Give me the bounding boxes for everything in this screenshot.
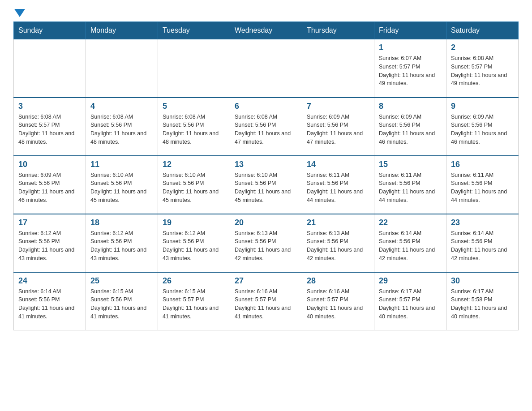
calendar-day-cell: 29Sunrise: 6:17 AM Sunset: 5:57 PM Dayli… <box>374 272 446 330</box>
weekday-header-wednesday: Wednesday <box>230 22 302 39</box>
day-number: 8 <box>379 102 442 111</box>
calendar-day-cell: 1Sunrise: 6:07 AM Sunset: 5:57 PM Daylig… <box>374 39 446 98</box>
day-number: 4 <box>90 102 153 111</box>
day-number: 22 <box>379 218 442 227</box>
weekday-header-tuesday: Tuesday <box>158 22 230 39</box>
day-number: 9 <box>451 102 514 111</box>
day-info: Sunrise: 6:08 AM Sunset: 5:57 PM Dayligh… <box>18 113 81 146</box>
day-number: 13 <box>235 160 297 169</box>
calendar-day-cell: 6Sunrise: 6:08 AM Sunset: 5:56 PM Daylig… <box>230 98 302 156</box>
calendar-table: SundayMondayTuesdayWednesdayThursdayFrid… <box>13 21 519 330</box>
weekday-header-friday: Friday <box>374 22 446 39</box>
calendar-week-row: 1Sunrise: 6:07 AM Sunset: 5:57 PM Daylig… <box>14 39 519 98</box>
day-info: Sunrise: 6:14 AM Sunset: 5:56 PM Dayligh… <box>379 229 442 263</box>
day-info: Sunrise: 6:07 AM Sunset: 5:57 PM Dayligh… <box>379 54 442 88</box>
calendar-day-cell: 5Sunrise: 6:08 AM Sunset: 5:56 PM Daylig… <box>158 98 230 156</box>
calendar-day-cell: 22Sunrise: 6:14 AM Sunset: 5:56 PM Dayli… <box>374 214 446 272</box>
day-info: Sunrise: 6:12 AM Sunset: 5:56 PM Dayligh… <box>18 229 81 263</box>
day-info: Sunrise: 6:08 AM Sunset: 5:57 PM Dayligh… <box>451 54 514 88</box>
day-info: Sunrise: 6:11 AM Sunset: 5:56 PM Dayligh… <box>379 171 442 205</box>
day-number: 1 <box>379 43 442 52</box>
weekday-header-row: SundayMondayTuesdayWednesdayThursdayFrid… <box>14 22 519 39</box>
day-info: Sunrise: 6:11 AM Sunset: 5:56 PM Dayligh… <box>307 171 369 205</box>
day-number: 14 <box>307 160 369 169</box>
calendar-day-cell: 26Sunrise: 6:15 AM Sunset: 5:57 PM Dayli… <box>158 272 230 330</box>
day-info: Sunrise: 6:08 AM Sunset: 5:56 PM Dayligh… <box>163 113 225 146</box>
day-number: 15 <box>379 160 442 169</box>
calendar-day-cell <box>14 39 86 98</box>
calendar-day-cell: 18Sunrise: 6:12 AM Sunset: 5:56 PM Dayli… <box>86 214 158 272</box>
weekday-header-sunday: Sunday <box>14 22 86 39</box>
day-info: Sunrise: 6:15 AM Sunset: 5:56 PM Dayligh… <box>90 287 153 321</box>
day-info: Sunrise: 6:11 AM Sunset: 5:56 PM Dayligh… <box>451 171 514 205</box>
day-number: 23 <box>451 218 514 227</box>
calendar-day-cell: 27Sunrise: 6:16 AM Sunset: 5:57 PM Dayli… <box>230 272 302 330</box>
day-number: 6 <box>235 102 297 111</box>
weekday-header-monday: Monday <box>86 22 158 39</box>
day-info: Sunrise: 6:09 AM Sunset: 5:56 PM Dayligh… <box>18 171 81 205</box>
calendar-day-cell: 4Sunrise: 6:08 AM Sunset: 5:56 PM Daylig… <box>86 98 158 156</box>
day-number: 10 <box>18 160 81 169</box>
day-info: Sunrise: 6:10 AM Sunset: 5:56 PM Dayligh… <box>235 171 297 205</box>
calendar-day-cell: 20Sunrise: 6:13 AM Sunset: 5:56 PM Dayli… <box>230 214 302 272</box>
calendar-day-cell <box>302 39 374 98</box>
day-info: Sunrise: 6:14 AM Sunset: 5:56 PM Dayligh… <box>18 287 81 321</box>
day-number: 28 <box>307 276 369 286</box>
logo-triangle-icon <box>14 9 25 17</box>
calendar-week-row: 24Sunrise: 6:14 AM Sunset: 5:56 PM Dayli… <box>14 272 519 330</box>
day-info: Sunrise: 6:13 AM Sunset: 5:56 PM Dayligh… <box>307 229 369 263</box>
day-number: 26 <box>163 276 225 286</box>
calendar-day-cell: 21Sunrise: 6:13 AM Sunset: 5:56 PM Dayli… <box>302 214 374 272</box>
day-number: 24 <box>18 276 81 286</box>
calendar-day-cell: 13Sunrise: 6:10 AM Sunset: 5:56 PM Dayli… <box>230 156 302 214</box>
calendar-week-row: 10Sunrise: 6:09 AM Sunset: 5:56 PM Dayli… <box>14 156 519 214</box>
calendar-day-cell: 3Sunrise: 6:08 AM Sunset: 5:57 PM Daylig… <box>14 98 86 156</box>
calendar-day-cell: 30Sunrise: 6:17 AM Sunset: 5:58 PM Dayli… <box>446 272 519 330</box>
calendar-day-cell: 24Sunrise: 6:14 AM Sunset: 5:56 PM Dayli… <box>14 272 86 330</box>
calendar-day-cell: 10Sunrise: 6:09 AM Sunset: 5:56 PM Dayli… <box>14 156 86 214</box>
day-number: 12 <box>163 160 225 169</box>
day-info: Sunrise: 6:12 AM Sunset: 5:56 PM Dayligh… <box>90 229 153 263</box>
calendar-day-cell <box>86 39 158 98</box>
calendar-day-cell <box>230 39 302 98</box>
calendar-day-cell: 7Sunrise: 6:09 AM Sunset: 5:56 PM Daylig… <box>302 98 374 156</box>
day-info: Sunrise: 6:13 AM Sunset: 5:56 PM Dayligh… <box>235 229 297 263</box>
day-info: Sunrise: 6:17 AM Sunset: 5:58 PM Dayligh… <box>451 287 514 321</box>
day-info: Sunrise: 6:14 AM Sunset: 5:56 PM Dayligh… <box>451 229 514 263</box>
day-number: 25 <box>90 276 153 286</box>
day-info: Sunrise: 6:09 AM Sunset: 5:56 PM Dayligh… <box>379 113 442 146</box>
day-number: 19 <box>163 218 225 227</box>
day-number: 3 <box>18 102 81 111</box>
calendar-day-cell: 15Sunrise: 6:11 AM Sunset: 5:56 PM Dayli… <box>374 156 446 214</box>
logo <box>13 9 26 17</box>
day-number: 16 <box>451 160 514 169</box>
day-info: Sunrise: 6:10 AM Sunset: 5:56 PM Dayligh… <box>90 171 153 205</box>
day-info: Sunrise: 6:17 AM Sunset: 5:57 PM Dayligh… <box>379 287 442 321</box>
day-number: 30 <box>451 276 514 286</box>
weekday-header-saturday: Saturday <box>446 22 519 39</box>
day-info: Sunrise: 6:08 AM Sunset: 5:56 PM Dayligh… <box>90 113 153 146</box>
day-info: Sunrise: 6:15 AM Sunset: 5:57 PM Dayligh… <box>163 287 225 321</box>
calendar-day-cell <box>158 39 230 98</box>
day-number: 17 <box>18 218 81 227</box>
page-header <box>13 9 519 17</box>
day-number: 11 <box>90 160 153 169</box>
day-number: 5 <box>163 102 225 111</box>
calendar-week-row: 3Sunrise: 6:08 AM Sunset: 5:57 PM Daylig… <box>14 98 519 156</box>
calendar-day-cell: 17Sunrise: 6:12 AM Sunset: 5:56 PM Dayli… <box>14 214 86 272</box>
day-number: 18 <box>90 218 153 227</box>
calendar-day-cell: 25Sunrise: 6:15 AM Sunset: 5:56 PM Dayli… <box>86 272 158 330</box>
calendar-day-cell: 14Sunrise: 6:11 AM Sunset: 5:56 PM Dayli… <box>302 156 374 214</box>
day-info: Sunrise: 6:09 AM Sunset: 5:56 PM Dayligh… <box>451 113 514 146</box>
day-number: 29 <box>379 276 442 286</box>
calendar-day-cell: 28Sunrise: 6:16 AM Sunset: 5:57 PM Dayli… <box>302 272 374 330</box>
day-number: 27 <box>235 276 297 286</box>
day-info: Sunrise: 6:10 AM Sunset: 5:56 PM Dayligh… <box>163 171 225 205</box>
calendar-day-cell: 9Sunrise: 6:09 AM Sunset: 5:56 PM Daylig… <box>446 98 519 156</box>
day-number: 2 <box>451 43 514 52</box>
calendar-day-cell: 23Sunrise: 6:14 AM Sunset: 5:56 PM Dayli… <box>446 214 519 272</box>
calendar-day-cell: 11Sunrise: 6:10 AM Sunset: 5:56 PM Dayli… <box>86 156 158 214</box>
calendar-day-cell: 12Sunrise: 6:10 AM Sunset: 5:56 PM Dayli… <box>158 156 230 214</box>
day-number: 7 <box>307 102 369 111</box>
day-number: 21 <box>307 218 369 227</box>
